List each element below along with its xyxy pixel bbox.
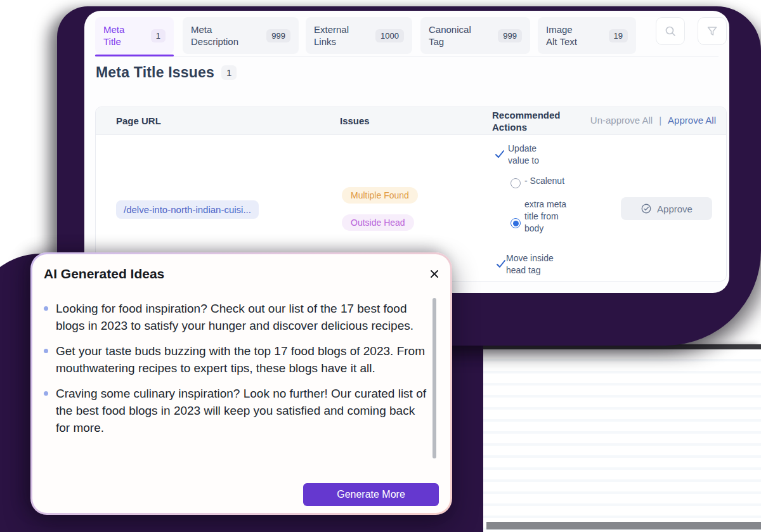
- column-header-page-url: Page URL: [116, 115, 161, 126]
- idea-text: Looking for food inspiration? Check out …: [56, 300, 427, 334]
- ai-generated-ideas-modal: AI Generated Ideas Looking for food insp…: [30, 252, 452, 515]
- radio-option-extra-meta-title-label: extra meta title from body: [524, 198, 571, 235]
- tab-image-alt-text[interactable]: Image Alt Text 19: [538, 17, 636, 54]
- approve-all-link[interactable]: Approve All: [668, 115, 716, 126]
- tab-external-links[interactable]: External Links 1000: [306, 17, 412, 54]
- unapprove-all-link[interactable]: Un-approve All: [590, 115, 653, 126]
- radio-option-scalenut-label: - Scalenut: [524, 175, 570, 187]
- check-icon[interactable]: [496, 259, 506, 269]
- bulk-actions: Un-approve All | Approve All: [590, 115, 716, 126]
- search-icon: [664, 25, 677, 37]
- tab-label: Image Alt Text: [546, 23, 584, 48]
- page-url-chip[interactable]: /delve-into-north-indian-cuisi...: [116, 200, 259, 219]
- bullet-dot-icon: [44, 391, 48, 396]
- approve-button[interactable]: Approve: [621, 197, 712, 220]
- tab-canonical-tag[interactable]: Canonical Tag 999: [420, 17, 530, 54]
- check-icon[interactable]: [495, 149, 505, 159]
- page-heading: Meta Title Issues 1: [96, 64, 237, 81]
- table-header: Page URL Issues Recommended Actions Un-a…: [96, 107, 726, 135]
- circle-check-icon: [641, 203, 652, 214]
- approve-button-label: Approve: [657, 204, 693, 214]
- close-button[interactable]: [425, 264, 444, 283]
- issues-panel: Meta Title 1 Meta Description 999 Extern…: [84, 11, 729, 293]
- tab-label: Canonical Tag: [429, 23, 477, 48]
- filter-button[interactable]: [698, 17, 727, 45]
- issue-badge-outside-head: Outside Head: [342, 214, 414, 231]
- idea-text: Get your taste buds buzzing with the top…: [56, 342, 427, 377]
- radio-option-scalenut[interactable]: [511, 178, 521, 188]
- bullet-dot-icon: [44, 349, 48, 353]
- generate-more-button[interactable]: Generate More: [303, 483, 439, 506]
- tab-label: External Links: [314, 23, 354, 48]
- close-icon: [428, 268, 441, 280]
- tab-meta-title[interactable]: Meta Title 1: [95, 17, 174, 54]
- bulk-separator: |: [659, 115, 661, 126]
- tab-count-badge: 1000: [375, 29, 404, 42]
- tabs-divider: [95, 56, 719, 57]
- tab-label: Meta Description: [191, 23, 247, 48]
- tab-count-badge: 1: [151, 29, 166, 42]
- radio-option-extra-meta-title[interactable]: [511, 218, 521, 228]
- list-item: Get your taste buds buzzing with the top…: [44, 342, 427, 377]
- list-item: Craving some culinary inspiration? Look …: [44, 385, 427, 436]
- column-header-recommended-actions: Recommended Actions: [492, 109, 567, 133]
- action-update-value-label: Update value to: [508, 143, 549, 167]
- bullet-dot-icon: [44, 306, 48, 311]
- column-header-issues: Issues: [340, 115, 370, 126]
- modal-title: AI Generated Ideas: [44, 266, 164, 282]
- scrollbar-thumb[interactable]: [433, 298, 436, 458]
- background-screenshot-fragment: [483, 344, 761, 532]
- search-button[interactable]: [656, 17, 685, 45]
- idea-text: Craving some culinary inspiration? Look …: [56, 385, 427, 436]
- modal-inner: AI Generated Ideas Looking for food insp…: [32, 254, 450, 513]
- tab-count-badge: 999: [498, 29, 522, 42]
- action-move-inside-head-label: Move inside head tag: [506, 252, 563, 276]
- tab-label: Meta Title: [103, 23, 141, 48]
- tab-count-badge: 19: [609, 29, 628, 42]
- tab-meta-description[interactable]: Meta Description 999: [183, 17, 299, 54]
- issue-count-badge: 1: [221, 65, 237, 80]
- ideas-list: Looking for food inspiration? Check out …: [44, 300, 427, 444]
- fragment-footer-bar: [486, 522, 761, 529]
- tab-count-badge: 999: [266, 29, 290, 42]
- filter-icon: [706, 25, 719, 37]
- page-title: Meta Title Issues: [96, 64, 214, 81]
- list-item: Looking for food inspiration? Check out …: [44, 300, 427, 334]
- issue-badge-multiple-found: Multiple Found: [342, 187, 418, 204]
